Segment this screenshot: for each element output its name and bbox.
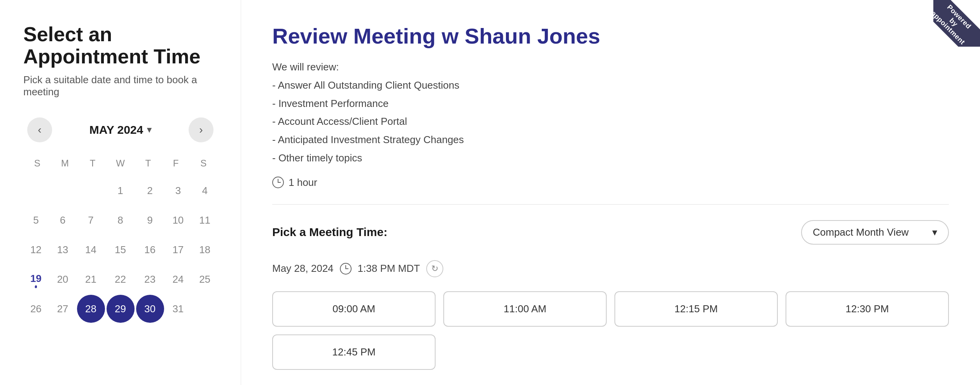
calendar-day-17[interactable]: 17: [166, 236, 191, 264]
calendar-day-12[interactable]: 12: [23, 236, 49, 264]
prev-month-button[interactable]: ‹: [27, 117, 52, 142]
calendar-day-1[interactable]: 1: [107, 177, 135, 205]
calendar-day-25[interactable]: 25: [192, 265, 217, 293]
date-time-row: May 28, 2024 1:38 PM MDT ↻: [272, 260, 949, 277]
calendar-day-26[interactable]: 26: [23, 295, 49, 323]
calendar-day-18[interactable]: 18: [192, 236, 217, 264]
calendar-weekdays: S M T W T F S: [23, 154, 217, 173]
calendar-day-20[interactable]: 20: [50, 265, 75, 293]
calendar-day-9[interactable]: 9: [136, 206, 164, 234]
calendar-day-31[interactable]: 31: [166, 295, 191, 323]
calendar-day-13[interactable]: 13: [50, 236, 75, 264]
calendar-day-23[interactable]: 23: [136, 265, 164, 293]
calendar-day-5[interactable]: 5: [23, 206, 49, 234]
calendar-day-3[interactable]: 3: [166, 177, 191, 205]
time-slot-2[interactable]: 12:15 PM: [614, 291, 778, 327]
left-panel: Select an Appointment Time Pick a suitab…: [0, 0, 241, 385]
meeting-duration: 1 hour: [272, 177, 949, 189]
next-month-button[interactable]: ›: [189, 117, 214, 142]
calendar-header: ‹ MAY 2024 ▾ ›: [23, 117, 217, 142]
calendar-day-empty: [50, 177, 75, 205]
calendar-day-10[interactable]: 10: [166, 206, 191, 234]
calendar: ‹ MAY 2024 ▾ › S M T W T F S 12345: [23, 117, 217, 323]
calendar-day-empty: [192, 295, 217, 323]
weekday-fri: F: [162, 154, 189, 173]
corner-banner-text: Poweredbyappointment: [933, 0, 980, 47]
calendar-day-11[interactable]: 11: [192, 206, 217, 234]
duration-label: 1 hour: [289, 177, 317, 189]
clock-icon: [272, 177, 284, 188]
calendar-day-2[interactable]: 2: [136, 177, 164, 205]
page-wrapper: Poweredbyappointment Select an Appointme…: [0, 0, 980, 385]
calendar-grid: S M T W T F S 12345678910111213141516171…: [23, 154, 217, 323]
desc-item-3: - Account Access/Client Portal: [272, 112, 949, 131]
calendar-day-27[interactable]: 27: [50, 295, 75, 323]
calendar-day-empty: [77, 177, 105, 205]
calendar-day-30[interactable]: 30: [136, 295, 164, 323]
month-year-label: MAY 2024: [89, 123, 143, 136]
calendar-day-6[interactable]: 6: [50, 206, 75, 234]
weekday-thu: T: [134, 154, 162, 173]
time-slots-grid: 09:00 AM11:00 AM12:15 PM12:30 PM12:45 PM: [272, 291, 949, 370]
calendar-day-15[interactable]: 15: [107, 236, 135, 264]
corner-banner: Poweredbyappointment: [933, 0, 980, 47]
page-subtitle: Pick a suitable date and time to book a …: [23, 74, 217, 98]
right-panel: Review Meeting w Shaun Jones We will rev…: [241, 0, 980, 385]
meeting-title: Review Meeting w Shaun Jones: [272, 23, 949, 49]
calendar-day-4[interactable]: 4: [192, 177, 217, 205]
calendar-day-22[interactable]: 22: [107, 265, 135, 293]
view-selector-label: Compact Month View: [813, 226, 909, 238]
page-title: Select an Appointment Time: [23, 23, 217, 68]
pick-meeting-label: Pick a Meeting Time:: [272, 226, 387, 239]
weekday-wed: W: [107, 154, 134, 173]
datetime-clock-icon: [340, 263, 352, 275]
time-slot-4[interactable]: 12:45 PM: [272, 334, 436, 370]
desc-item-4: - Anticipated Investment Strategy Change…: [272, 131, 949, 149]
weekday-tue: T: [79, 154, 107, 173]
calendar-day-21[interactable]: 21: [77, 265, 105, 293]
calendar-days: 12345678910111213141516171819•2021222324…: [23, 177, 217, 323]
month-year-selector[interactable]: MAY 2024 ▾: [89, 123, 151, 136]
divider: [272, 204, 949, 205]
selected-time: 1:38 PM MDT: [358, 262, 420, 275]
view-selector-arrow: ▾: [932, 226, 937, 238]
selected-date: May 28, 2024: [272, 262, 334, 275]
calendar-day-empty: [23, 177, 49, 205]
weekday-sat: S: [190, 154, 217, 173]
refresh-button[interactable]: ↻: [426, 260, 443, 277]
calendar-day-16[interactable]: 16: [136, 236, 164, 264]
calendar-day-8[interactable]: 8: [107, 206, 135, 234]
time-slot-1[interactable]: 11:00 AM: [443, 291, 607, 327]
desc-item-1: - Answer All Outstanding Client Question…: [272, 76, 949, 94]
desc-intro: We will review:: [272, 58, 949, 76]
pick-meeting-row: Pick a Meeting Time: Compact Month View …: [272, 220, 949, 245]
calendar-day-29[interactable]: 29: [107, 295, 135, 323]
calendar-day-28[interactable]: 28: [77, 295, 105, 323]
weekday-sun: S: [23, 154, 51, 173]
desc-item-5: - Other timely topics: [272, 149, 949, 167]
calendar-day-24[interactable]: 24: [166, 265, 191, 293]
calendar-day-7[interactable]: 7: [77, 206, 105, 234]
calendar-day-14[interactable]: 14: [77, 236, 105, 264]
view-selector[interactable]: Compact Month View ▾: [801, 220, 949, 245]
calendar-day-19[interactable]: 19•: [23, 265, 49, 293]
weekday-mon: M: [51, 154, 79, 173]
time-slot-3[interactable]: 12:30 PM: [786, 291, 949, 327]
month-year-dropdown-arrow: ▾: [147, 125, 151, 135]
meeting-description: We will review: - Answer All Outstanding…: [272, 58, 949, 167]
desc-item-2: - Investment Performance: [272, 94, 949, 113]
time-slot-0[interactable]: 09:00 AM: [272, 291, 436, 327]
